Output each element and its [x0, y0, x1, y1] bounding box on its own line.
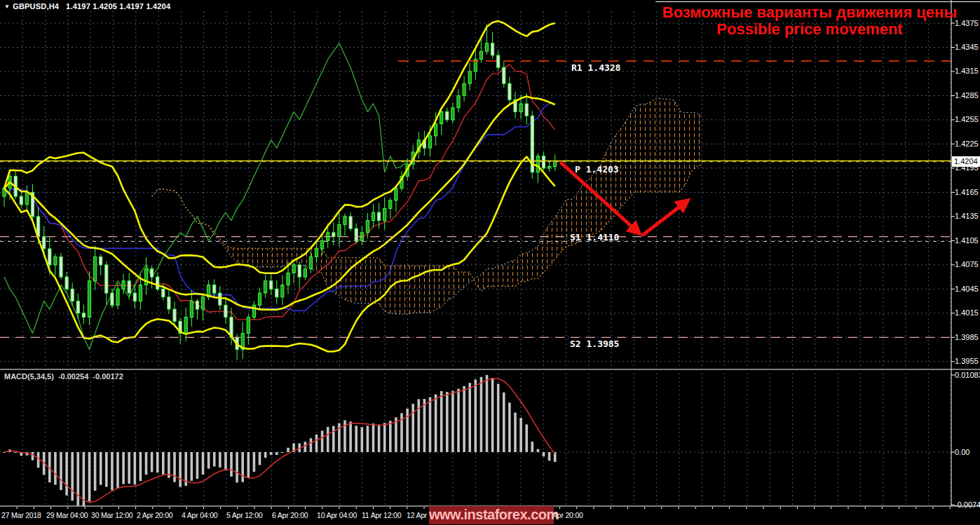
macd-signal-value: -0.00172 [93, 372, 123, 381]
time-axis-label: 30 Mar 12:00 [91, 511, 132, 519]
time-axis-label: 6 Apr 20:00 [272, 511, 308, 519]
current-price-badge: 1.4204 [952, 156, 980, 167]
price-axis-label: 1.4045 [955, 285, 979, 293]
price-axis-label: 1.4015 [955, 308, 979, 317]
annotation-line-ru: Возможные варианты движения цены [659, 4, 960, 21]
price-axis-label: 1.3985 [955, 333, 979, 341]
price-axis-label: 1.4345 [955, 43, 979, 51]
price-axis-label: 1.4375 [955, 19, 979, 27]
pivot-level-label: P 1.4203 [575, 164, 619, 175]
price-axis-label: 1.4135 [955, 212, 979, 220]
annotation-line-en: Possible price movement [659, 21, 960, 38]
price-axis-label: 1.4285 [955, 91, 979, 100]
mt4-chart-window: ▼GBPUSD,H41.4197 1.4205 1.4197 1.4204 Во… [0, 0, 980, 525]
pivot-level-label: R1 1.4328 [571, 62, 620, 73]
price-axis-label: 1.4255 [955, 115, 979, 123]
time-axis-label: 5 Apr 12:00 [226, 511, 263, 519]
symbol-label: GBPUSD,H4 [13, 2, 59, 11]
macd-axis-label: 0.01083 [955, 371, 980, 379]
pivot-level-label: S2 1.3985 [570, 339, 619, 349]
price-axis-label: 1.4225 [955, 139, 979, 148]
symbol-ohlc-line: ▼GBPUSD,H41.4197 1.4205 1.4197 1.4204 [4, 2, 170, 11]
time-axis-label: 11 Apr 12:00 [362, 511, 401, 519]
price-axis-label: 1.4315 [955, 67, 979, 75]
macd-name: MACD(5,34,5) [4, 372, 54, 381]
pivot-level-label: S1 1.4110 [570, 232, 619, 243]
price-axis-label: 1.4165 [955, 188, 979, 196]
forecast-annotation: Возможные варианты движения цены Possibl… [659, 4, 960, 38]
price-axis-label: 1.4105 [955, 236, 979, 245]
time-axis-label: 10 Apr 04:00 [317, 511, 357, 519]
time-axis-label: 4 Apr 04:00 [182, 511, 218, 519]
time-axis-label: 27 Mar 2018 [1, 511, 41, 519]
macd-axis-label: 0.00 [955, 448, 969, 456]
ohlc-values: 1.4197 1.4205 1.4197 1.4204 [66, 2, 170, 11]
macd-indicator-label: MACD(5,34,5)-0.00254-0.00172 [4, 372, 128, 381]
macd-axis-label: -0.00742 [955, 500, 980, 509]
time-axis-label: 2 Apr 20:00 [137, 511, 173, 519]
watermark: www.instaforex.com [429, 506, 554, 524]
price-chart-canvas[interactable] [0, 0, 980, 525]
time-axis-label: 29 Mar 04:00 [46, 511, 88, 519]
chevron-down-icon[interactable]: ▼ [4, 4, 10, 10]
macd-main-value: -0.00254 [58, 372, 88, 381]
price-axis-label: 1.3955 [955, 357, 979, 365]
price-axis-label: 1.4075 [955, 260, 979, 268]
